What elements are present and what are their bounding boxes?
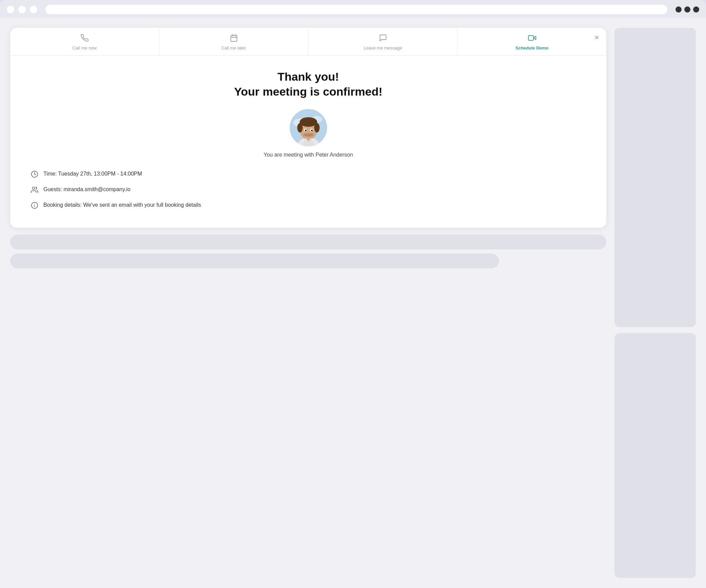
tab-call-later[interactable]: Call me later (159, 28, 308, 55)
browser-chrome (0, 0, 706, 18)
info-icon (31, 202, 39, 211)
browser-dot-1 (7, 6, 14, 13)
message-icon (379, 34, 387, 43)
modal-card: Call me now Call me later (10, 28, 606, 228)
tab-leave-message[interactable]: Leave me message (308, 28, 458, 55)
svg-rect-0 (231, 35, 237, 41)
svg-marker-4 (533, 36, 536, 40)
menu-dot-2 (684, 6, 690, 13)
title-line2: Your meeting is confirmed! (234, 84, 383, 99)
sidebar-block-bottom (614, 333, 696, 578)
sidebar-block-top (614, 28, 696, 327)
tab-bar: Call me now Call me later (10, 28, 606, 56)
phone-icon (81, 34, 89, 43)
svg-point-19 (311, 130, 312, 131)
svg-rect-5 (528, 36, 533, 40)
detail-row-guests: Guests: miranda.smith@company.io (31, 186, 586, 195)
title-line1: Thank you! (234, 69, 383, 84)
tab-call-later-label: Call me later (221, 45, 246, 50)
tab-schedule-demo-label: Schedule Demo (516, 45, 549, 50)
right-sidebar (614, 28, 696, 578)
close-button[interactable]: × (593, 33, 600, 43)
booking-detail: Booking details: We've sent an email wit… (43, 201, 201, 209)
tab-call-now[interactable]: Call me now (10, 28, 159, 55)
detail-row-booking: Booking details: We've sent an email wit… (31, 201, 586, 211)
detail-row-time: Time: Tuesday 27th, 13:00PM - 14:00PM (31, 170, 586, 180)
browser-menu (675, 6, 699, 13)
details-list: Time: Tuesday 27th, 13:00PM - 14:00PM Gu… (31, 170, 586, 211)
confirmation-title: Thank you! Your meeting is confirmed! (234, 69, 383, 99)
browser-dot-2 (18, 6, 26, 13)
menu-dot-1 (675, 6, 682, 13)
tab-schedule-demo[interactable]: Schedule Demo (458, 28, 606, 55)
svg-point-14 (297, 123, 303, 133)
guests-icon (31, 186, 39, 195)
bottom-bars (10, 235, 606, 268)
video-icon (528, 34, 536, 43)
address-bar[interactable] (45, 5, 667, 14)
avatar (290, 109, 327, 146)
meeting-with-text: You are meeting with Peter Anderson (264, 152, 353, 158)
calendar-icon (230, 34, 238, 43)
svg-point-18 (305, 130, 306, 131)
menu-dot-3 (693, 6, 699, 13)
svg-point-20 (303, 133, 314, 137)
tab-leave-message-label: Leave me message (364, 45, 402, 50)
clock-icon (31, 170, 39, 180)
main-area: Call me now Call me later (10, 28, 606, 578)
page-container: Call me now Call me later (0, 18, 706, 588)
placeholder-bar-medium (10, 254, 499, 268)
time-detail: Time: Tuesday 27th, 13:00PM - 14:00PM (43, 170, 142, 178)
tab-call-now-label: Call me now (73, 45, 97, 50)
svg-point-15 (314, 123, 320, 133)
avatar-image (290, 109, 327, 146)
guests-detail: Guests: miranda.smith@company.io (43, 186, 130, 193)
placeholder-bar-wide (10, 235, 606, 249)
svg-point-22 (33, 187, 35, 189)
browser-dot-3 (30, 6, 37, 13)
modal-content: Thank you! Your meeting is confirmed! (10, 56, 606, 228)
